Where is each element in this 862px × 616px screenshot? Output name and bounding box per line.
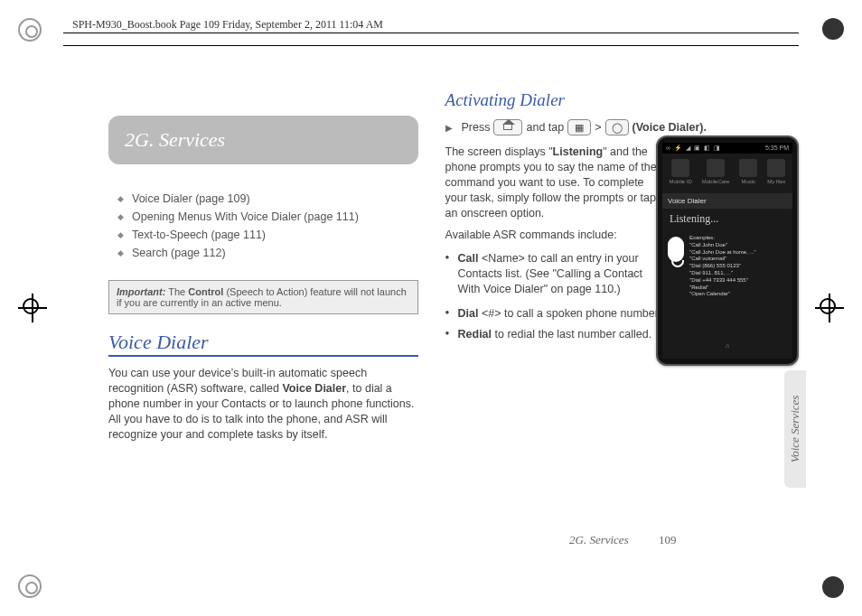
examples-label: Examples: xyxy=(689,235,756,242)
header-rule xyxy=(63,45,799,46)
crop-mark-icon xyxy=(18,18,42,42)
register-mark-icon xyxy=(815,294,844,322)
asr-command-list: Call <Name> to call an entry in your Con… xyxy=(445,248,658,300)
column-left: 2G. Services Voice Dialer (page 109) Ope… xyxy=(108,90,418,544)
example-line: "Call John Doe" xyxy=(689,242,756,249)
example-line: "Dial 911, 811, ..." xyxy=(689,270,756,277)
app-icon: MobileCare xyxy=(702,159,730,184)
toc-item: Search (page 112) xyxy=(108,244,418,262)
phone-listening-label: Listening... xyxy=(662,209,792,235)
step-text: and tap xyxy=(526,121,564,134)
page-footer: 2G. Services 109 xyxy=(569,533,676,547)
example-line: "Dial +44 7333 444 555" xyxy=(689,277,756,285)
step-gt: > xyxy=(595,121,601,134)
phone-status-bar: ∞ ⚡ ◢ ▣ ◧ ◨ 5:35 PM xyxy=(662,143,792,154)
toc-item: Text-to-Speech (page 111) xyxy=(108,226,418,244)
status-icons: ∞ ⚡ ◢ ▣ ◧ ◨ xyxy=(666,145,721,152)
voice-dialer-app-icon: ◯ xyxy=(605,119,629,135)
example-line: "Redial" xyxy=(689,285,756,292)
phone-screen: ∞ ⚡ ◢ ▣ ◧ ◨ 5:35 PM Mobile ID MobileCare… xyxy=(662,143,792,359)
section-toc: Voice Dialer (page 109) Opening Menus Wi… xyxy=(108,190,418,262)
section-heading-activating-dialer: Activating Dialer xyxy=(445,90,799,110)
page-body: 2G. Services Voice Dialer (page 109) Ope… xyxy=(108,90,799,544)
thumb-tab-label: Voice Services xyxy=(788,396,802,463)
important-note-box: Important: The Control (Speech to Action… xyxy=(108,280,418,314)
step-bullet-icon: ▶ xyxy=(445,123,453,133)
example-line: "Dial (866) 555 0123" xyxy=(689,263,756,270)
phone-titlebar: Voice Dialer xyxy=(662,193,792,209)
body-paragraph: The screen displays "Listening" and the … xyxy=(445,145,658,220)
example-line: "Call John Doe at home, ..." xyxy=(689,249,756,257)
column-right: Activating Dialer ▶ Press and tap ▦ > ◯ … xyxy=(445,90,799,544)
crop-mark-icon xyxy=(822,18,844,40)
home-icon: ⌂ xyxy=(721,342,734,355)
crop-mark-icon xyxy=(822,576,844,598)
footer-chapter: 2G. Services xyxy=(569,533,629,546)
list-item: Call <Name> to call an entry in your Con… xyxy=(445,248,658,300)
instruction-step: ▶ Press and tap ▦ > ◯ (Voice Dialer). xyxy=(445,119,799,135)
app-icon: My files xyxy=(767,159,785,184)
app-icon: Music xyxy=(739,159,757,184)
body-paragraph: Available ASR commands include: xyxy=(445,228,658,243)
section-heading-voice-dialer: Voice Dialer xyxy=(108,331,418,357)
important-label: Important: xyxy=(117,286,165,297)
page-header-meta: SPH-M930_Boost.book Page 109 Friday, Sep… xyxy=(72,18,383,32)
wrapped-text-block: The screen displays "Listening" and the … xyxy=(445,145,658,300)
phone-screenshot: ∞ ⚡ ◢ ▣ ◧ ◨ 5:35 PM Mobile ID MobileCare… xyxy=(656,135,799,366)
chapter-title-banner: 2G. Services xyxy=(108,116,418,164)
app-grid-icon: ▦ xyxy=(567,119,591,135)
phone-examples-text: Examples: "Call John Doe" "Call John Doe… xyxy=(689,235,756,298)
section-body: You can use your device's built-in autom… xyxy=(108,366,418,442)
thumb-tab: Voice Services xyxy=(784,370,806,488)
toc-item: Voice Dialer (page 109) xyxy=(108,190,418,208)
footer-page-number: 109 xyxy=(659,533,677,546)
microphone-icon xyxy=(668,237,684,262)
step-text: Press xyxy=(462,121,491,134)
phone-app-row: Mobile ID MobileCare Music My files xyxy=(662,154,792,193)
home-key-icon xyxy=(493,119,522,135)
crop-mark-icon xyxy=(18,574,42,598)
example-line: "Open Calendar" xyxy=(689,291,756,298)
status-time: 5:35 PM xyxy=(765,145,789,152)
header-rule xyxy=(63,33,799,33)
step-label: (Voice Dialer). xyxy=(632,121,707,134)
example-line: "Call voicemail" xyxy=(689,256,756,263)
phone-nav-bar: ⌂ xyxy=(662,342,792,355)
phone-examples-box: Examples: "Call John Doe" "Call John Doe… xyxy=(662,235,792,298)
app-icon: Mobile ID xyxy=(669,159,691,184)
toc-item: Opening Menus With Voice Dialer (page 11… xyxy=(108,208,418,226)
register-mark-icon xyxy=(18,294,47,322)
